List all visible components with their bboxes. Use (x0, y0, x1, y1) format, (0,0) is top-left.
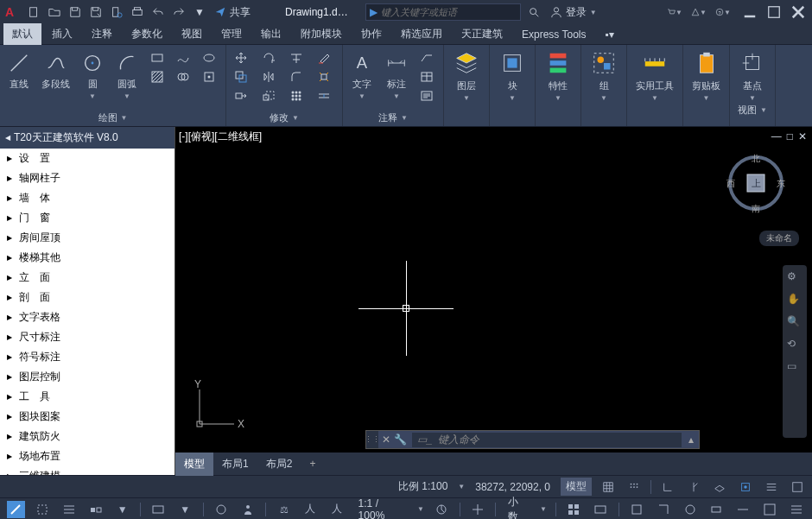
side-item-room[interactable]: 房间屋顶 (0, 228, 174, 248)
layout-add-button[interactable]: + (301, 458, 324, 470)
side-item-3d[interactable]: 三维建模 (0, 466, 174, 475)
plot-icon[interactable] (130, 4, 145, 20)
side-item-stair[interactable]: 楼梯其他 (0, 248, 174, 268)
side-item-text[interactable]: 文字表格 (0, 307, 174, 327)
side-item-dimension[interactable]: 尺寸标注 (0, 327, 174, 347)
side-item-wall[interactable]: 墙 体 (0, 188, 174, 208)
dimension-tool[interactable]: 标注▼ (383, 48, 410, 102)
t5-icon[interactable] (734, 501, 752, 518)
side-item-settings[interactable]: 设 置 (0, 149, 174, 168)
properties-tool[interactable]: 特性▼ (541, 48, 575, 102)
qview2-icon[interactable] (592, 501, 610, 518)
help-icon[interactable]: ?▼ (715, 4, 731, 20)
fillet-icon[interactable] (287, 69, 306, 85)
tab-insert[interactable]: 插入 (43, 23, 81, 45)
point-icon[interactable] (200, 69, 219, 85)
mtext-icon[interactable] (417, 88, 436, 104)
side-item-blocks[interactable]: 图块图案 (0, 407, 174, 427)
open-icon[interactable] (47, 4, 62, 20)
orbit-icon[interactable]: ⟲ (787, 338, 802, 353)
customize-icon[interactable] (787, 501, 805, 518)
lineweight-icon[interactable] (762, 478, 781, 496)
group-tool[interactable]: 组▼ (587, 48, 621, 102)
app-logo[interactable]: A (5, 5, 19, 19)
tab-view[interactable]: 视图 (173, 23, 211, 45)
polyline-tool[interactable]: 多段线 (40, 48, 72, 92)
share-button[interactable]: 共享 (214, 5, 251, 20)
dynmode-icon[interactable] (7, 501, 25, 518)
hwaccel-icon[interactable] (433, 501, 451, 518)
t6-icon[interactable] (761, 501, 779, 518)
gizmo-icon[interactable] (86, 501, 105, 518)
circle-tool[interactable]: 圆▼ (79, 48, 106, 102)
text-tool[interactable]: A文字▼ (348, 48, 376, 102)
web-icon[interactable] (109, 4, 124, 20)
side-item-layerctrl[interactable]: 图层控制 (0, 367, 174, 387)
ucs-icon[interactable]: X Y (193, 379, 244, 434)
table-icon[interactable] (417, 69, 436, 85)
zoom-display[interactable]: 1:1 / 100% (355, 497, 409, 520)
zoom-icon[interactable]: 🔍 (787, 315, 802, 331)
annoscale-icon[interactable]: ⚖ (275, 501, 293, 518)
side-item-elevation[interactable]: 立 面 (0, 268, 174, 288)
ws-icon[interactable] (149, 501, 168, 518)
line-tool[interactable]: 直线 (5, 48, 33, 92)
search-input[interactable] (381, 7, 502, 17)
isodraft-icon[interactable] (710, 478, 729, 496)
tab-tianzheng[interactable]: 天正建筑 (453, 23, 511, 45)
showmotion-icon[interactable]: ▭ (787, 360, 802, 376)
region-icon[interactable] (174, 69, 193, 85)
layer-tool[interactable]: 图层▼ (449, 48, 484, 102)
annoauto-icon[interactable]: 人 (328, 501, 346, 518)
qview-icon[interactable] (565, 501, 583, 518)
arc-tool[interactable]: 圆弧▼ (113, 48, 141, 102)
selection-icon[interactable] (34, 501, 52, 518)
layout-tab-1[interactable]: 布局1 (213, 453, 257, 476)
side-item-symbol[interactable]: 符号标注 (0, 347, 174, 367)
fullnav-icon[interactable]: ⚙ (787, 270, 802, 286)
side-item-site[interactable]: 场地布置 (0, 446, 174, 466)
annovisibility-icon[interactable]: 人 (301, 501, 320, 518)
tab-output[interactable]: 输出 (252, 23, 290, 45)
leader-icon[interactable] (417, 50, 436, 66)
stretch-icon[interactable] (232, 88, 251, 104)
tab-collaborate[interactable]: 协作 (352, 23, 390, 45)
t3-icon[interactable] (681, 501, 699, 518)
move-icon[interactable] (232, 50, 251, 66)
t4-icon[interactable] (707, 501, 726, 518)
cleanscreen-icon[interactable] (469, 501, 487, 518)
tab-annotate[interactable]: 注释 (83, 23, 121, 45)
viewcube[interactable]: 上 北 南 东 西 (726, 153, 786, 213)
qat-dropdown-icon[interactable]: ▼ (192, 4, 207, 20)
block-tool[interactable]: 块▼ (495, 48, 530, 102)
t1-icon[interactable] (627, 501, 645, 518)
viewport-maximize-icon[interactable]: □ (787, 130, 793, 142)
redo-icon[interactable] (171, 4, 187, 20)
rotate-icon[interactable] (259, 50, 278, 66)
navigation-bar[interactable]: ⚙ ✋ 🔍 ⟲ ▭ (783, 265, 807, 438)
side-item-tools[interactable]: 工 具 (0, 387, 174, 407)
rect-icon[interactable] (148, 50, 167, 66)
offset-icon[interactable] (314, 88, 333, 104)
ws2-icon[interactable]: ▼ (176, 501, 194, 518)
mirror-icon[interactable] (259, 69, 278, 85)
tab-featured[interactable]: 精选应用 (392, 23, 451, 45)
layout-tab-2[interactable]: 布局2 (257, 453, 301, 476)
tab-express[interactable]: Express Tools (513, 25, 594, 44)
tab-default[interactable]: 默认 (3, 23, 41, 45)
side-item-axis[interactable]: 轴网柱子 (0, 168, 174, 188)
autodesk-icon[interactable]: ▼ (691, 4, 707, 20)
side-item-section[interactable]: 剖 面 (0, 288, 174, 307)
3dosnap-icon[interactable]: ▼ (113, 501, 131, 518)
side-item-fireproof[interactable]: 建筑防火 (0, 427, 174, 446)
scale-icon[interactable] (259, 88, 278, 104)
ellipse-icon[interactable] (200, 50, 219, 66)
viewport-label[interactable]: [-][俯视][二维线框] (179, 130, 262, 144)
maximize-button[interactable] (765, 3, 783, 21)
hatch-icon[interactable] (148, 69, 167, 85)
tab-parametric[interactable]: 参数化 (123, 23, 171, 45)
viewport-minimize-icon[interactable]: — (771, 130, 782, 142)
snap-icon[interactable] (625, 478, 644, 496)
units-display[interactable]: 小数 (504, 495, 531, 520)
spline-icon[interactable] (174, 50, 193, 66)
